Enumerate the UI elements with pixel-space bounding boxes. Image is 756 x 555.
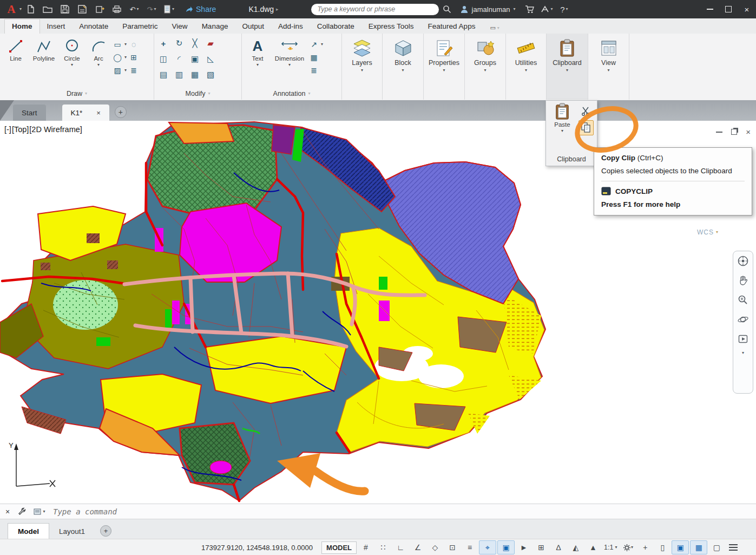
tab-featured-apps[interactable]: Featured Apps	[421, 19, 483, 34]
wcs-indicator[interactable]: WCS ▾	[697, 228, 719, 236]
customization-menu-icon[interactable]	[729, 544, 738, 551]
ellipse-caret-icon[interactable]: ▾	[124, 55, 127, 60]
file-tab-start[interactable]: Start	[13, 105, 46, 121]
viewport-layout-icon[interactable]: ▦	[690, 540, 707, 554]
3d-osnap-icon[interactable]: ⊞	[533, 541, 549, 554]
drawing-restore-icon[interactable]	[731, 129, 737, 135]
undo-button[interactable]: ↶▾	[126, 2, 143, 16]
move-tool-icon[interactable]: +	[156, 37, 170, 50]
panel-groups[interactable]: Groups ▾	[465, 34, 506, 100]
annotation-scale-button[interactable]: 1:1▾	[602, 541, 619, 554]
search-input[interactable]	[311, 4, 439, 15]
fillet-tool-icon[interactable]: ◜	[172, 53, 186, 66]
modify-panel-title[interactable]: Modify▾	[154, 88, 241, 100]
drawing-minimize-icon[interactable]	[716, 132, 722, 133]
object-snap-icon[interactable]: ⊡	[444, 541, 461, 554]
polar-tracking-icon[interactable]: ∠	[410, 541, 426, 554]
panel-properties[interactable]: Properties ▾	[424, 34, 465, 100]
new-drawing-icon[interactable]	[22, 2, 39, 16]
transfer-icon[interactable]	[91, 2, 108, 16]
rectangle-caret-icon[interactable]: ▾	[124, 42, 127, 47]
tab-collaborate[interactable]: Collaborate	[310, 19, 361, 34]
new-layout-button[interactable]: +	[100, 525, 111, 537]
save-as-icon[interactable]	[74, 2, 91, 16]
viewport-minimize-control[interactable]: [-]	[4, 125, 11, 134]
cursor-icon[interactable]: ►	[516, 541, 532, 554]
grid-icon[interactable]: #	[358, 541, 374, 554]
offset-tool-icon[interactable]: ▥	[172, 68, 186, 81]
plot-paper-icon[interactable]: ▯	[654, 541, 670, 554]
stretch-tool-icon[interactable]: ▤	[156, 68, 170, 81]
scale-tool-icon[interactable]: ◺	[203, 53, 218, 66]
array-tool-icon[interactable]: ▦	[188, 68, 202, 81]
point-tool-icon[interactable]: ⊞	[128, 52, 140, 62]
erase-tool-icon[interactable]: ▰	[203, 37, 218, 50]
tab-view[interactable]: View	[165, 19, 195, 34]
full-navigation-wheel-icon[interactable]	[735, 253, 751, 269]
lineweight-icon[interactable]: ≡	[462, 541, 478, 554]
window-close-button[interactable]: ×	[738, 0, 756, 18]
mirror-tool-icon[interactable]: ◫	[156, 53, 170, 66]
save-icon[interactable]	[56, 2, 74, 16]
panel-utilities[interactable]: Utilities ▾	[506, 34, 547, 100]
gradient-tool-icon[interactable]: ≣	[128, 65, 140, 75]
pan-hand-icon[interactable]	[735, 273, 751, 288]
leader-caret-icon[interactable]: ▾	[321, 42, 323, 47]
graphics-performance-icon[interactable]: ▣	[672, 540, 689, 554]
draw-panel-title[interactable]: Draw▾	[0, 88, 154, 100]
hatch-caret-icon[interactable]: ▾	[124, 68, 127, 73]
viewport-view-control[interactable]: [Top]	[12, 125, 29, 134]
clean-screen-icon[interactable]: ▢	[708, 541, 725, 554]
command-input[interactable]	[52, 507, 756, 517]
tab-output[interactable]: Output	[235, 19, 271, 34]
tab-insert[interactable]: Insert	[40, 19, 73, 34]
app-store-cart-icon[interactable]	[521, 2, 538, 16]
snap-icon[interactable]: ∷	[375, 541, 391, 554]
explode-tool-icon[interactable]: ▧	[203, 68, 218, 81]
annotation-panel-title[interactable]: Annotation▾	[242, 88, 341, 100]
coordinates-readout[interactable]: 173927.9120, 124548.1918, 0.0000	[201, 544, 313, 552]
new-file-tab-button[interactable]: +	[115, 106, 127, 118]
redo-button[interactable]: ↷▾	[143, 2, 160, 16]
arc-tool[interactable]: Arc ▾	[87, 36, 110, 88]
tab-parametric[interactable]: Parametric	[115, 19, 165, 34]
selection-cycling-icon[interactable]: ⌖	[479, 540, 496, 554]
showmotion-icon[interactable]	[735, 331, 751, 347]
circle-tool[interactable]: Circle ▾	[58, 36, 86, 88]
copy-tool-icon[interactable]: ▣	[188, 53, 202, 66]
annotation-visibility-icon[interactable]: ◭	[568, 541, 584, 554]
viewport-visual-style-control[interactable]: [2D Wireframe]	[29, 125, 82, 134]
revision-cloud-icon[interactable]: ◌	[128, 39, 140, 49]
print-plot-icon[interactable]	[108, 2, 126, 16]
zoom-icon[interactable]	[735, 292, 751, 308]
table-tool-icon[interactable]: ▦	[308, 52, 320, 62]
panel-layers[interactable]: Layers ▾	[342, 34, 383, 100]
ribbon-display-toggle[interactable]: ▭▾	[487, 22, 502, 34]
workspace-sheet-icon[interactable]: ▾	[160, 2, 178, 16]
trim-tool-icon[interactable]: ╳	[188, 37, 202, 50]
leader-tool-icon[interactable]: ↗	[308, 39, 320, 49]
autocad-logo[interactable]: A	[3, 2, 19, 16]
search-icon[interactable]	[443, 5, 451, 14]
share-button[interactable]: Share	[185, 5, 216, 14]
workspace-gear-button[interactable]: ▾	[620, 541, 636, 554]
text-tool[interactable]: A Text ▾	[244, 36, 271, 88]
window-minimize-button[interactable]	[701, 0, 719, 18]
model-space-toggle[interactable]: MODEL	[321, 541, 357, 554]
tab-add-ins[interactable]: Add-ins	[271, 19, 310, 34]
panel-clipboard[interactable]: Clipboard ▾	[547, 34, 588, 100]
tab-annotate[interactable]: Annotate	[72, 19, 115, 34]
recent-commands-button[interactable]: ▾	[30, 506, 49, 517]
layout-tab-layout1[interactable]: Layout1	[49, 524, 95, 539]
drawing-close-icon[interactable]: ×	[746, 127, 751, 136]
customize-wrench-icon[interactable]	[16, 506, 27, 517]
text-style-tool-icon[interactable]: ≣	[308, 65, 320, 75]
pick-box-icon[interactable]: ▣	[497, 540, 515, 554]
hatch-tool-icon[interactable]: ▨	[111, 65, 123, 75]
ortho-icon[interactable]: ∟	[392, 541, 409, 554]
command-close-icon[interactable]: ×	[2, 506, 13, 517]
navbar-caret-icon[interactable]: ▾	[742, 351, 744, 355]
status-plus-button[interactable]: +	[637, 541, 653, 554]
dynamic-ucs-icon[interactable]: ∆	[550, 541, 567, 554]
connect-apps-button[interactable]: ▾	[538, 2, 555, 16]
